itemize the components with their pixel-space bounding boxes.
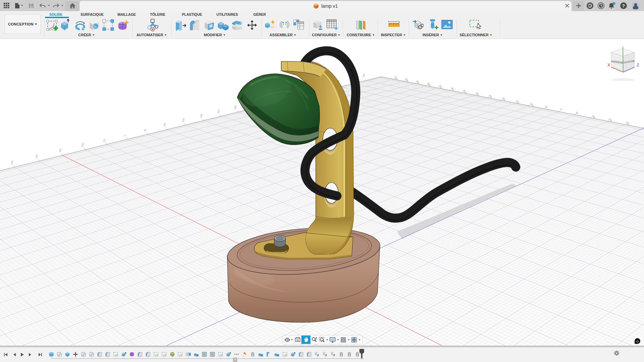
svg-text:?: ? (622, 3, 625, 8)
svg-text:50: 50 (144, 128, 147, 132)
svg-text:50: 50 (103, 139, 106, 142)
svg-text:250: 250 (10, 160, 14, 164)
svg-text:X: X (607, 63, 610, 67)
svg-text:Z: Z (637, 63, 639, 67)
svg-text:300: 300 (234, 105, 237, 109)
svg-text:750: 750 (362, 73, 365, 78)
svg-text:200: 200 (200, 113, 203, 118)
svg-text:0: 0 (123, 135, 126, 137)
svg-text:50: 50 (576, 111, 579, 114)
svg-text:100: 100 (163, 122, 166, 127)
svg-text:150: 150 (182, 118, 185, 122)
svg-text:200: 200 (35, 154, 38, 158)
svg-text:150: 150 (58, 148, 62, 153)
svg-text:250: 250 (217, 109, 220, 114)
svg-text:50: 50 (545, 105, 548, 108)
svg-text:100: 100 (81, 143, 84, 147)
